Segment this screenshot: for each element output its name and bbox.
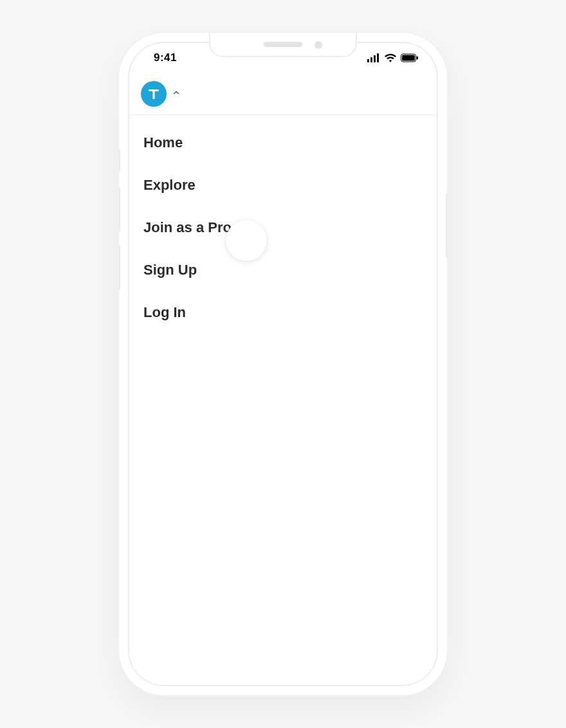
svg-rect-5 — [402, 55, 415, 61]
nav-item-explore[interactable]: Explore — [129, 164, 437, 206]
wifi-icon — [384, 53, 397, 62]
svg-rect-6 — [417, 57, 419, 60]
cellular-icon — [367, 53, 380, 62]
chevron-up-icon[interactable] — [172, 88, 181, 100]
phone-notch — [209, 33, 357, 57]
phone-side-button — [119, 245, 120, 290]
nav-item-home[interactable]: Home — [129, 122, 437, 164]
phone-side-button — [119, 187, 120, 232]
phone-speaker — [264, 42, 302, 47]
phone-side-button — [446, 194, 447, 258]
phone-mockup: 9:41 — [119, 33, 447, 695]
svg-rect-0 — [367, 59, 369, 62]
status-time: 9:41 — [147, 51, 177, 64]
phone-side-button — [119, 149, 120, 172]
svg-rect-3 — [377, 53, 379, 62]
svg-rect-1 — [370, 57, 372, 62]
phone-camera — [315, 41, 322, 49]
nav-item-log-in[interactable]: Log In — [129, 291, 437, 334]
status-icons — [367, 53, 419, 62]
logo-t-icon — [147, 87, 161, 101]
battery-icon — [401, 53, 419, 62]
brand-logo[interactable] — [141, 81, 167, 107]
nav-menu: Home Explore Join as a Pro Sign Up Log I… — [129, 115, 437, 340]
nav-item-sign-up[interactable]: Sign Up — [129, 249, 437, 291]
phone-screen: 9:41 — [129, 43, 437, 685]
app-header[interactable] — [129, 73, 437, 115]
nav-item-join-as-pro[interactable]: Join as a Pro — [129, 206, 437, 249]
svg-rect-2 — [374, 55, 376, 62]
